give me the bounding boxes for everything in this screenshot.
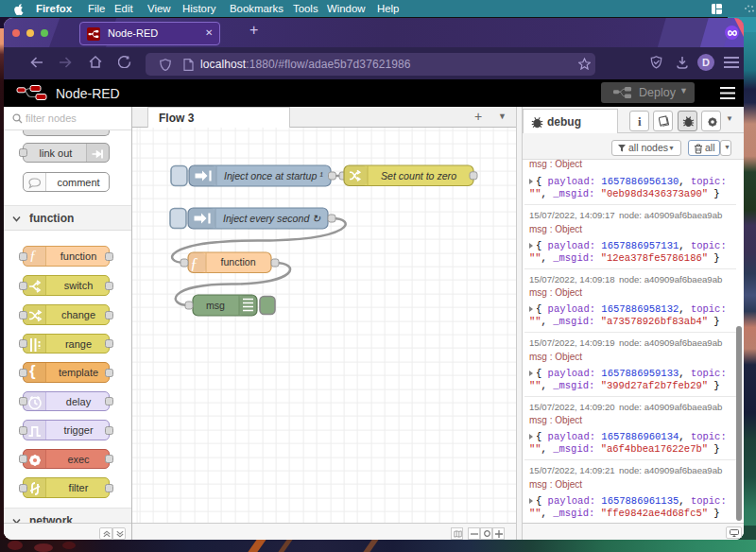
svg-text:ƒ: ƒ [190,254,198,272]
svg-text:function: function [220,256,255,267]
svg-text:Set count to zero: Set count to zero [381,170,456,181]
svg-text:Inject every second ↻: Inject every second ↻ [223,213,320,224]
svg-text:msg: msg [206,300,225,311]
svg-text:Inject once at startup ¹: Inject once at startup ¹ [224,170,323,181]
